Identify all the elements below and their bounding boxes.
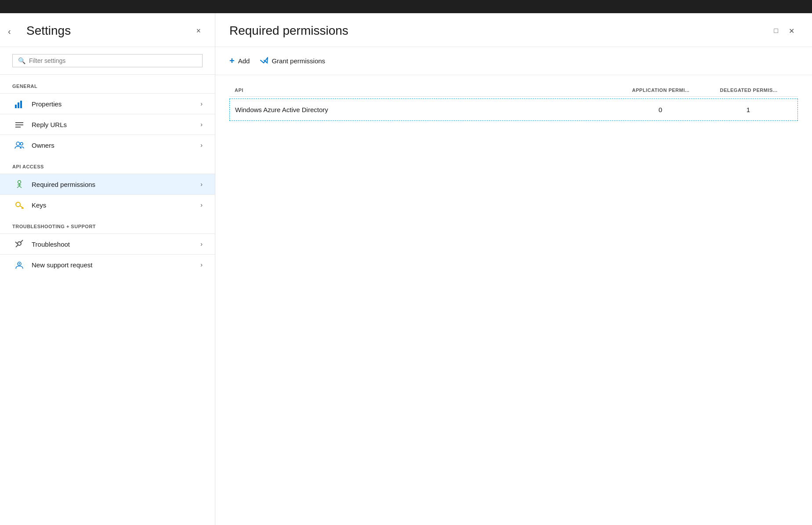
- svg-point-22: [19, 263, 20, 265]
- keys-label: Keys: [32, 201, 200, 209]
- filter-area: 🔍: [0, 47, 215, 75]
- top-bar: [0, 0, 812, 13]
- add-label: Add: [238, 57, 250, 65]
- col-del-perm-header: DELEGATED PERMIS...: [705, 88, 793, 93]
- svg-point-19: [18, 242, 21, 245]
- chevron-right-icon: ›: [200, 142, 203, 149]
- maximize-button[interactable]: □: [770, 25, 782, 36]
- del-perm-value: 1: [704, 106, 792, 113]
- nav-item-troubleshoot[interactable]: Troubleshoot ›: [0, 233, 215, 254]
- permissions-table: API APPLICATION PERMI... DELEGATED PERMI…: [215, 75, 812, 525]
- grant-label: Grant permissions: [272, 57, 325, 65]
- permissions-panel: Required permissions □ ✕ + Add Grant per…: [215, 13, 812, 525]
- troubleshoot-icon: [12, 240, 26, 248]
- nav-item-properties[interactable]: Properties ›: [0, 93, 215, 114]
- properties-label: Properties: [32, 100, 200, 108]
- permissions-close-button[interactable]: ✕: [785, 25, 798, 37]
- nav-item-reply-urls[interactable]: Reply URLs ›: [0, 114, 215, 135]
- svg-point-13: [16, 202, 20, 207]
- keys-icon: [12, 201, 26, 209]
- app-perm-value: 0: [616, 106, 704, 113]
- grant-permissions-button[interactable]: Grant permissions: [260, 55, 325, 67]
- nav-item-required-permissions[interactable]: Required permissions ›: [0, 174, 215, 194]
- svg-line-11: [19, 186, 22, 188]
- reply-urls-label: Reply URLs: [32, 121, 200, 128]
- table-header: API APPLICATION PERMI... DELEGATED PERMI…: [229, 84, 798, 97]
- owners-icon: [12, 141, 26, 149]
- chevron-right-icon: ›: [200, 100, 203, 107]
- new-support-request-label: New support request: [32, 261, 200, 269]
- svg-point-8: [18, 181, 21, 184]
- chevron-right-icon: ›: [200, 121, 203, 128]
- search-icon: 🔍: [18, 57, 25, 64]
- grant-icon: [260, 57, 268, 66]
- header-actions: □ ✕: [770, 25, 798, 37]
- main-area: ‹ Settings × 🔍 GENERAL: [0, 13, 812, 525]
- api-value: Windows Azure Active Directory: [235, 106, 616, 113]
- troubleshoot-label: Troubleshoot: [32, 241, 200, 248]
- col-api-header: API: [235, 88, 617, 93]
- svg-point-6: [16, 142, 20, 146]
- chevron-right-icon: ›: [200, 201, 203, 208]
- chevron-right-icon: ›: [200, 261, 203, 268]
- settings-panel: ‹ Settings × 🔍 GENERAL: [0, 13, 215, 525]
- permissions-toolbar: + Add Grant permissions: [215, 47, 812, 75]
- settings-title: Settings: [26, 24, 71, 38]
- filter-input-wrapper: 🔍: [12, 54, 203, 67]
- add-button[interactable]: + Add: [229, 54, 250, 68]
- api-access-section-label: API ACCESS: [0, 155, 215, 174]
- settings-header: Settings ×: [0, 13, 215, 47]
- filter-input[interactable]: [29, 57, 197, 64]
- permissions-title: Required permissions: [229, 24, 348, 38]
- troubleshooting-section-label: TROUBLESHOOTING + SUPPORT: [0, 215, 215, 233]
- required-permissions-label: Required permissions: [32, 181, 200, 188]
- chevron-right-icon: ›: [200, 181, 203, 188]
- support-icon: [12, 260, 26, 269]
- owners-label: Owners: [32, 142, 200, 149]
- settings-body: GENERAL Properties ›: [0, 75, 215, 525]
- required-perms-icon: [12, 180, 26, 189]
- add-icon: +: [229, 56, 235, 66]
- svg-line-20: [15, 242, 17, 244]
- table-row[interactable]: Windows Azure Active Directory 0 1: [229, 98, 798, 121]
- reply-urls-icon: [12, 120, 26, 129]
- svg-rect-0: [15, 105, 17, 108]
- back-button[interactable]: ‹: [8, 26, 11, 36]
- nav-item-keys[interactable]: Keys ›: [0, 194, 215, 215]
- properties-icon: [12, 99, 26, 108]
- svg-rect-1: [18, 102, 19, 108]
- col-app-perm-header: APPLICATION PERMI...: [617, 88, 705, 93]
- settings-close-button[interactable]: ×: [194, 25, 203, 36]
- svg-line-10: [17, 186, 19, 188]
- general-section-label: GENERAL: [0, 75, 215, 93]
- svg-rect-2: [20, 101, 22, 108]
- permissions-header: Required permissions □ ✕: [215, 13, 812, 47]
- svg-point-7: [20, 142, 23, 145]
- chevron-right-icon: ›: [200, 241, 203, 248]
- nav-item-owners[interactable]: Owners ›: [0, 135, 215, 155]
- nav-item-new-support-request[interactable]: New support request ›: [0, 254, 215, 275]
